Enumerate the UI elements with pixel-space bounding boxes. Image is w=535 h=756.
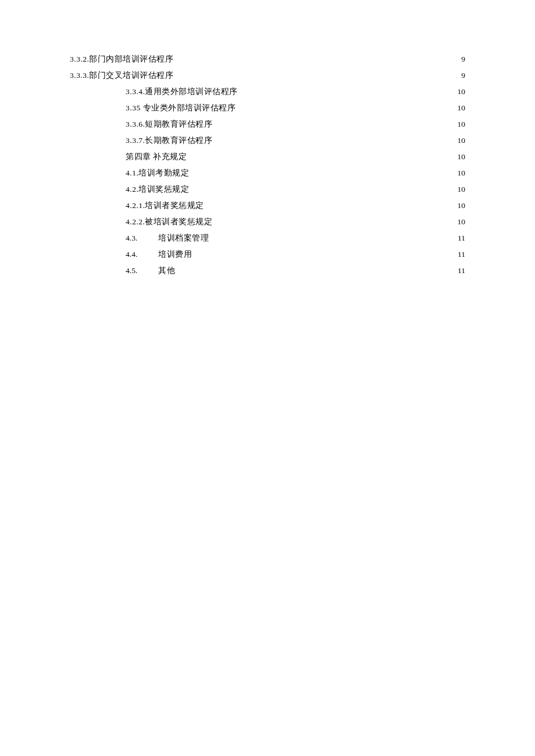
toc-leader bbox=[188, 152, 452, 160]
toc-leader bbox=[190, 184, 452, 192]
toc-entry: 4.3. 培训档案管理 11 bbox=[70, 230, 465, 246]
toc-title: 4.2.培训奖惩规定 bbox=[126, 181, 189, 198]
toc-entry: 3.3.3.部门交叉培训评估程序 9 bbox=[70, 67, 465, 84]
toc-title: 3.35 专业类外部培训评估程序 bbox=[126, 100, 236, 116]
toc-title: 4.2.2.被培训者奖惩规定 bbox=[126, 214, 212, 230]
toc-page: 3.3.2.部门内部培训评估程序 9 3.3.3.部门交叉培训评估程序 9 3.… bbox=[70, 51, 465, 279]
toc-page-number: 10 bbox=[455, 181, 465, 198]
toc-page-number: 10 bbox=[455, 132, 465, 149]
toc-entry: 4.5. 其他 11 bbox=[70, 263, 465, 279]
toc-page-number: 10 bbox=[455, 214, 465, 230]
toc-page-number: 11 bbox=[455, 263, 465, 279]
toc-entry: 4.2.培训奖惩规定 10 bbox=[70, 181, 465, 198]
toc-entry: 4.2.1.培训者奖惩规定 10 bbox=[70, 198, 465, 214]
toc-page-number: 10 bbox=[455, 100, 465, 116]
toc-leader bbox=[193, 249, 452, 257]
toc-title: 培训费用 bbox=[158, 246, 192, 263]
toc-entry: 3.3.4.通用类外部培训评估程序 10 bbox=[70, 84, 465, 100]
toc-page-number: 10 bbox=[455, 84, 465, 100]
toc-title: 4.2.1.培训者奖惩规定 bbox=[126, 198, 204, 214]
toc-leader bbox=[205, 200, 452, 209]
toc-title: 第四章 补充规定 bbox=[126, 149, 187, 165]
toc-entry: 4.4. 培训费用 11 bbox=[70, 246, 465, 263]
toc-title: 3.3.4.通用类外部培训评估程序 bbox=[126, 84, 238, 100]
toc-page-number: 11 bbox=[455, 246, 465, 263]
toc-leader bbox=[176, 266, 452, 274]
toc-title: 其他 bbox=[158, 263, 175, 279]
toc-entry: 3.35 专业类外部培训评估程序 10 bbox=[70, 100, 465, 116]
toc-leader bbox=[210, 233, 452, 241]
toc-number: 4.4. bbox=[126, 246, 147, 263]
toc-leader bbox=[239, 87, 452, 95]
toc-title: 4.1.培训考勤规定 bbox=[126, 165, 189, 181]
toc-leader bbox=[213, 217, 452, 225]
toc-entry: 3.3.2.部门内部培训评估程序 9 bbox=[70, 51, 465, 67]
toc-entry: 4.1.培训考勤规定 10 bbox=[70, 165, 465, 181]
toc-title: 培训档案管理 bbox=[158, 230, 209, 246]
toc-page-number: 10 bbox=[455, 149, 465, 165]
toc-leader bbox=[190, 168, 452, 176]
toc-entry: 3.3.6.短期教育评估程序 10 bbox=[70, 116, 465, 132]
toc-leader bbox=[213, 119, 452, 127]
toc-entry: 4.2.2.被培训者奖惩规定 10 bbox=[70, 214, 465, 230]
toc-page-number: 10 bbox=[455, 116, 465, 132]
toc-number: 4.5. bbox=[126, 263, 147, 279]
toc-leader bbox=[237, 103, 452, 111]
toc-page-number: 9 bbox=[455, 51, 465, 67]
toc-leader bbox=[174, 54, 452, 62]
toc-title: 3.3.3.部门交叉培训评估程序 bbox=[70, 67, 173, 84]
toc-entry: 3.3.7.长期教育评估程序 10 bbox=[70, 132, 465, 149]
toc-page-number: 10 bbox=[455, 165, 465, 181]
toc-title: 3.3.2.部门内部培训评估程序 bbox=[70, 51, 173, 67]
toc-number: 4.3. bbox=[126, 230, 147, 246]
toc-page-number: 9 bbox=[455, 67, 465, 84]
toc-page-number: 11 bbox=[455, 230, 465, 246]
toc-title: 3.3.7.长期教育评估程序 bbox=[126, 132, 212, 149]
toc-entry: 第四章 补充规定 10 bbox=[70, 149, 465, 165]
toc-leader bbox=[213, 135, 452, 144]
toc-page-number: 10 bbox=[455, 198, 465, 214]
toc-title: 3.3.6.短期教育评估程序 bbox=[126, 116, 212, 132]
toc-leader bbox=[174, 70, 452, 78]
